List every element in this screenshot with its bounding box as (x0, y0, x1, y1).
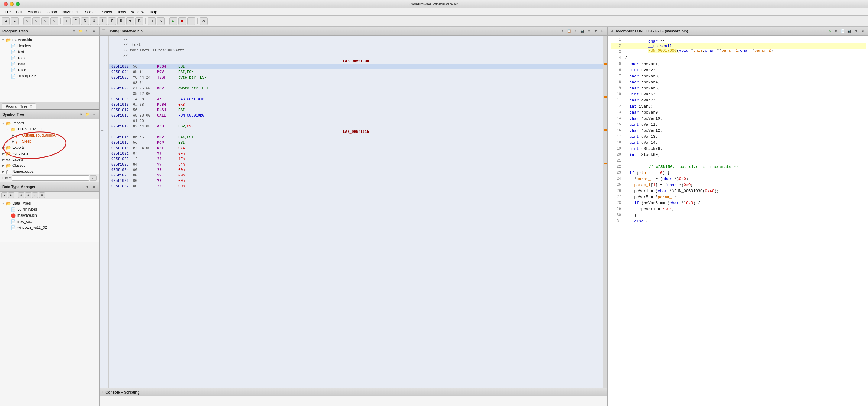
sym-namespaces[interactable]: ▶ {} Namespaces (0, 168, 99, 174)
listing-instr-13[interactable]: 005f1022 1f ?? 1Fh (109, 156, 603, 162)
toolbar-btn-8[interactable]: U (90, 17, 98, 25)
maximize-button[interactable] (16, 2, 20, 6)
menu-tools[interactable]: Tools (115, 9, 128, 15)
listing-icon-3[interactable]: ↑ (573, 28, 579, 34)
toolbar-btn-15[interactable]: ↻ (157, 17, 165, 25)
listing-instr-5[interactable]: 005f1010 6a 08 PUSH 0x8 (109, 102, 603, 107)
toolbar-run[interactable]: ▶ (169, 17, 177, 25)
listing-instr-2[interactable]: 005f1003 f6 44 24 TEST byte ptr [ESP (109, 75, 603, 80)
toolbar-btn-11[interactable]: R (117, 17, 125, 25)
sym-outputdebug[interactable]: ▶ ƒ OutputDebugStringA (0, 132, 99, 138)
toolbar-btn-12[interactable]: ▼ (126, 17, 134, 25)
toolbar-btn-7[interactable]: D (81, 17, 89, 25)
listing-icon-4[interactable]: 📷 (580, 28, 585, 34)
decompiler-refresh-icon[interactable]: ↻ (827, 28, 832, 34)
dtm-toolbar-btn-3[interactable]: ⊕ (18, 192, 24, 198)
tree-rdata[interactable]: 📄 .rdata (0, 55, 99, 61)
symbol-tree-close[interactable]: ✕ (91, 112, 97, 117)
menu-search[interactable]: Search (83, 9, 99, 15)
tree-headers[interactable]: 📄 Headers (0, 43, 99, 49)
dtm-close[interactable]: ✕ (91, 184, 97, 190)
sym-classes[interactable]: ▶ 📂 Classes (0, 162, 99, 168)
tree-data[interactable]: 📄 .data (0, 61, 99, 67)
decompiler-icon-5[interactable]: ▼ (854, 28, 859, 34)
listing-instr-4[interactable]: 005f100e 74 0b JZ LAB_005f101b (109, 97, 603, 102)
decompiler-icon-2[interactable]: ⊞ (834, 28, 839, 34)
filter-go-button[interactable]: ↵ (90, 175, 97, 181)
toolbar-btn-3[interactable]: ▷ (41, 17, 49, 25)
tree-debug[interactable]: 📄 Debug Data (0, 73, 99, 79)
dtm-toolbar-btn-2[interactable]: ▶ (8, 192, 14, 198)
listing-instr-1[interactable]: 005f1001 8b f1 MOV ESI,ECX (109, 69, 603, 75)
toolbar-btn-5[interactable]: ↓ (63, 17, 71, 25)
toolbar-btn-13[interactable]: B (135, 17, 143, 25)
tree-reloc[interactable]: 📄 .reloc (0, 67, 99, 73)
listing-instr-15[interactable]: 005f1024 00 ?? 00h (109, 167, 603, 173)
decompiler-icon-4[interactable]: 📷 (847, 28, 852, 34)
dtm-toolbar-btn-6[interactable]: ≡ (39, 192, 45, 198)
listing-icon-5[interactable]: ⊡ (586, 28, 592, 34)
menu-select[interactable]: Select (99, 9, 114, 15)
dtm-macosx[interactable]: 📄 mac_osx (0, 218, 99, 224)
menu-graph[interactable]: Graph (44, 9, 59, 15)
listing-instr-7[interactable]: 005f1013 e8 98 00 CALL FUN_006010b0 (109, 113, 603, 118)
decompiler-icon-3[interactable]: 📄 (840, 28, 846, 34)
tree-text[interactable]: 📄 .text (0, 49, 99, 55)
toolbar-forward[interactable]: ▶ (11, 17, 19, 25)
toolbar-btn-14[interactable]: ↺ (148, 17, 156, 25)
menu-edit[interactable]: Edit (13, 9, 25, 15)
listing-instr-17[interactable]: 005f1026 00 ?? 00h (109, 178, 603, 184)
listing-instr-9[interactable]: 005f101b 8b c6 MOV EAX,ESI (109, 135, 603, 140)
listing-instr-14[interactable]: 005f1023 84 ?? 84h (109, 162, 603, 167)
listing-instr-12[interactable]: 005f1021 0f ?? 0Fh (109, 151, 603, 156)
toolbar-btn-10[interactable]: F (108, 17, 116, 25)
listing-close[interactable]: ✕ (600, 28, 605, 34)
sym-imports[interactable]: ▾ 📂 Imports (0, 120, 99, 126)
toolbar-settings[interactable]: ⚙ (200, 17, 208, 25)
listing-instr-16[interactable]: 005f1025 00 ?? 00h (109, 173, 603, 178)
toolbar-btn-4[interactable]: ▷ (51, 17, 58, 25)
toolbar-btn-2[interactable]: ▷ (32, 17, 40, 25)
program-trees-icon-3[interactable]: ↻ (85, 28, 90, 34)
listing-instr-18[interactable]: 005f1027 00 ?? 00h (109, 184, 603, 189)
listing-instr-0[interactable]: 005f1000 56 PUSH ESI (109, 64, 603, 69)
dtm-windows[interactable]: 📄 windows_vs12_32 (0, 224, 99, 230)
listing-icon-2[interactable]: 📋 (566, 28, 572, 34)
dtm-toolbar-btn-5[interactable]: ✂ (32, 192, 38, 198)
filter-input[interactable] (12, 175, 89, 181)
decompiler-close[interactable]: ✕ (860, 28, 866, 34)
decompile-content[interactable]: 1 2 char ** __thiscall FUN_00617660(void… (608, 36, 868, 406)
menu-window[interactable]: Window (129, 9, 147, 15)
tree-root[interactable]: ▾ 📂 malware.bin (0, 37, 99, 43)
dtm-data-types[interactable]: ▾ 📂 Data Types (0, 200, 99, 206)
toolbar-stop[interactable]: ■ (178, 17, 186, 25)
dtm-icon-down[interactable]: ▼ (85, 184, 90, 190)
sym-sleep[interactable]: ▶ ƒ Sleep (0, 138, 99, 145)
console-content[interactable] (100, 396, 608, 406)
menu-help[interactable]: Help (147, 9, 160, 15)
listing-instr-10[interactable]: 005f101d 5e POP ESI (109, 140, 603, 146)
listing-instr-6[interactable]: 005f1012 56 PUSH ESI (109, 107, 603, 113)
minimize-button[interactable] (10, 2, 13, 6)
listing-icon-1[interactable]: ⊞ (560, 28, 565, 34)
dtm-toolbar-btn-4[interactable]: ⊗ (25, 192, 31, 198)
sym-kernel32[interactable]: ▾ 📁 KERNEL32.DLL (0, 126, 99, 132)
listing-instr-3b[interactable]: 85 62 00 (109, 91, 603, 97)
program-trees-icon-1[interactable]: ⊞ (71, 28, 77, 34)
toolbar-pause[interactable]: ⏸ (187, 17, 195, 25)
toolbar-back[interactable]: ◀ (2, 17, 10, 25)
listing-instr-7b[interactable]: 01 00 (109, 118, 603, 124)
listing-instr-2b[interactable]: 08 01 (109, 80, 603, 86)
menu-navigation[interactable]: Navigation (60, 9, 82, 15)
sym-functions[interactable]: ▶ 📂 Functions (0, 150, 99, 156)
program-trees-icon-2[interactable]: 📁 (78, 28, 84, 34)
toolbar-btn-1[interactable]: ▷ (23, 17, 31, 25)
toolbar-btn-6[interactable]: I (72, 17, 80, 25)
dtm-malware[interactable]: 🔴 malware.bin (0, 212, 99, 218)
listing-instr-3[interactable]: 005f1008 c7 06 60 MOV dword ptr [ESI (109, 86, 603, 91)
program-trees-close[interactable]: ✕ (91, 28, 97, 34)
listing-instr-11[interactable]: 005f101e c2 04 00 RET 0x4 (109, 146, 603, 151)
sym-labels[interactable]: ▶ 🏷 Labels (0, 156, 99, 162)
close-button[interactable] (4, 2, 7, 6)
symbol-tree-icon-2[interactable]: 📁 (85, 112, 90, 117)
